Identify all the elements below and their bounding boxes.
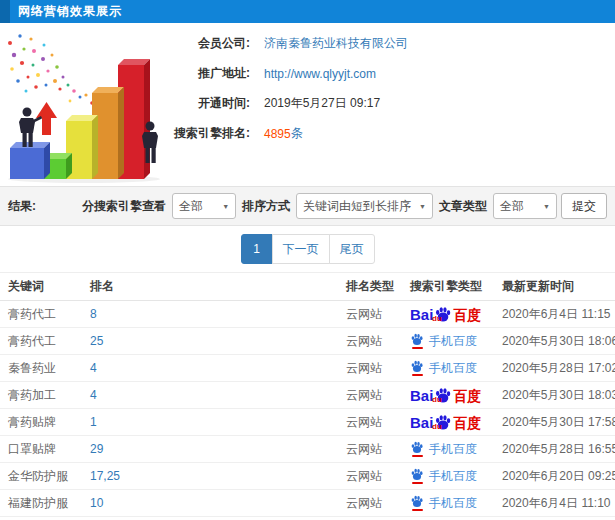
title-bar-edge: [0, 0, 10, 23]
baidu-logo: Bai du 百度: [410, 414, 481, 430]
mobile-baidu-logo: 手机百度: [410, 333, 477, 349]
table-row: 膏药代工8云网站 Bai du 百度 2020年6月4日 11:15: [0, 301, 615, 328]
engine-cell: 手机百度: [402, 436, 494, 463]
column-header: 关键词: [0, 273, 82, 301]
table-row: 膏药加工4云网站 Bai du 百度 2020年5月30日 18:03: [0, 382, 615, 409]
table-body: 膏药代工8云网站 Bai du 百度 2020年6月4日 11:15膏药代工25…: [0, 301, 615, 520]
mobile-baidu-label: 手机百度: [429, 443, 477, 455]
rank-type-cell: 云网站: [338, 490, 402, 517]
keyword-cell: 口罩贴牌: [0, 436, 82, 463]
filter-bar: 结果: 分搜索引擎查看全部▼排序方式关键词由短到长排序▼文章类型全部▼ 提交: [0, 186, 615, 226]
info-link[interactable]: 济南秦鲁药业科技有限公司: [264, 35, 408, 52]
updated-cell: 2020年6月20日 09:25: [494, 463, 615, 490]
rank-cell: 4: [82, 355, 338, 382]
info-row: 会员公司:济南秦鲁药业科技有限公司: [168, 35, 615, 52]
keyword-cell: 膏药代工: [0, 301, 82, 328]
info-label: 搜索引擎排名:: [168, 125, 250, 142]
rank-link[interactable]: 4: [90, 388, 97, 402]
mobile-baidu-label: 手机百度: [429, 335, 477, 347]
mobile-baidu-icon: [410, 441, 424, 457]
select-value: 关键词由短到长排序: [303, 198, 411, 215]
page-button[interactable]: 尾页: [329, 234, 375, 264]
rank-link[interactable]: 8: [90, 307, 97, 321]
keyword-cell: 金华防护服: [0, 463, 82, 490]
baidu-logo-bai: Bai: [410, 388, 433, 403]
baidu-logo-bai: Bai: [410, 415, 433, 430]
baidu-logo: Bai du 百度: [410, 306, 481, 322]
rank-link[interactable]: 29: [90, 442, 103, 456]
rank-cell: 17,25: [82, 463, 338, 490]
title-bar: 网络营销效果展示: [0, 0, 615, 23]
column-header: 最新更新时间: [494, 273, 615, 301]
rank-cell: 25: [82, 328, 338, 355]
rank-link[interactable]: 25: [90, 334, 103, 348]
info-label: 推广地址:: [168, 65, 250, 82]
engine-cell: 手机百度: [402, 517, 494, 520]
baidu-logo-name: 百度: [453, 308, 481, 322]
mobile-baidu-icon: [410, 333, 424, 349]
engine-cell: 手机百度: [402, 328, 494, 355]
page-button[interactable]: 下一页: [272, 234, 330, 264]
filter-select[interactable]: 全部▼: [493, 193, 557, 219]
engine-cell: 手机百度: [402, 463, 494, 490]
rank-type-cell: 云网站: [338, 301, 402, 328]
engine-cell: Bai du 百度: [402, 301, 494, 328]
rank-type-cell: 云网站: [338, 382, 402, 409]
rank-type-cell: 云网站: [338, 355, 402, 382]
info-row: 推广地址:http://www.qlyyjt.com: [168, 65, 615, 82]
baidu-logo-du: du: [432, 396, 442, 404]
rank-cell: 29: [82, 436, 338, 463]
updated-cell: 2020年6月4日 11:10: [494, 490, 615, 517]
mobile-baidu-label: 手机百度: [429, 470, 477, 482]
submit-button[interactable]: 提交: [561, 193, 607, 219]
updated-cell: 2020年5月30日 18:06: [494, 328, 615, 355]
select-value: 全部: [500, 198, 535, 215]
table-row: 口罩贴牌29云网站 手机百度 2020年5月28日 16:55: [0, 436, 615, 463]
pagination: 1下一页尾页: [241, 234, 375, 264]
rank-link[interactable]: 1: [90, 415, 97, 429]
baidu-logo: Bai du 百度: [410, 387, 481, 403]
info-label: 开通时间:: [168, 95, 250, 112]
engine-cell: Bai du 百度: [402, 409, 494, 436]
table-row: 膏药贴牌1云网站 Bai du 百度 2020年5月30日 17:58: [0, 409, 615, 436]
rank-link[interactable]: 4: [90, 361, 97, 375]
rank-cell: 8: [82, 301, 338, 328]
results-table: 关键词排名排名类型搜索引擎类型最新更新时间 膏药代工8云网站 Bai du 百度…: [0, 272, 615, 520]
marketing-report-page: 网络营销效果展示: [0, 0, 615, 520]
mobile-baidu-logo: 手机百度: [410, 495, 477, 511]
rank-link[interactable]: 17,25: [90, 469, 120, 483]
keyword-cell: 膏药加工: [0, 382, 82, 409]
filter-select[interactable]: 全部▼: [172, 193, 236, 219]
info-value: 2019年5月27日 09:17: [264, 95, 380, 112]
column-header: 搜索引擎类型: [402, 273, 494, 301]
rank-cell: 10: [82, 490, 338, 517]
baidu-logo-du: du: [432, 315, 442, 323]
column-header: 排名类型: [338, 273, 402, 301]
info-link[interactable]: http://www.qlyyjt.com: [264, 67, 376, 81]
rank-cell: 4: [82, 382, 338, 409]
column-header: 排名: [82, 273, 338, 301]
table-row: 秦鲁药业4云网站 手机百度 2020年5月28日 17:02: [0, 355, 615, 382]
page-current[interactable]: 1: [241, 234, 273, 264]
chevron-down-icon: ▼: [222, 203, 229, 210]
baidu-logo-du: du: [432, 423, 442, 431]
mobile-baidu-icon: [410, 468, 424, 484]
select-value: 全部: [179, 198, 214, 215]
mobile-baidu-label: 手机百度: [429, 362, 477, 374]
rank-cell: 1: [82, 409, 338, 436]
rank-link[interactable]: 10: [90, 496, 103, 510]
updated-cell: 2020年5月30日 18:03: [494, 382, 615, 409]
mobile-baidu-label: 手机百度: [429, 497, 477, 509]
ranking-unit[interactable]: 条: [291, 125, 303, 142]
table-row: 手机百度: [0, 517, 615, 520]
mobile-baidu-icon: [410, 495, 424, 511]
engine-cell: 手机百度: [402, 355, 494, 382]
engine-cell: 手机百度: [402, 490, 494, 517]
filter-select[interactable]: 关键词由短到长排序▼: [296, 193, 433, 219]
filter-label: 排序方式: [242, 198, 290, 215]
info-section: 会员公司:济南秦鲁药业科技有限公司推广地址:http://www.qlyyjt.…: [0, 23, 615, 186]
rank-type-cell: 云网站: [338, 463, 402, 490]
ranking-count: 4895: [264, 127, 291, 141]
table-row: 金华防护服17,25云网站 手机百度 2020年6月20日 09:25: [0, 463, 615, 490]
info-row: 开通时间:2019年5月27日 09:17: [168, 95, 615, 112]
